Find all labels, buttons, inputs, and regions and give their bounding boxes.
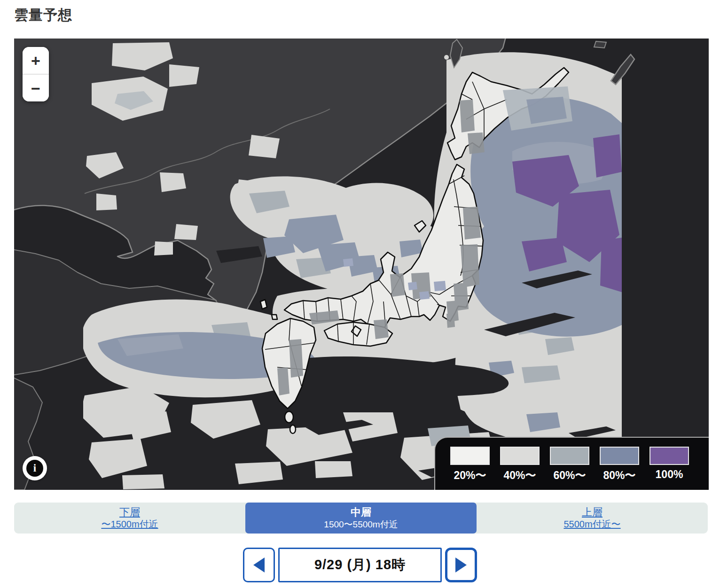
tab-upper-subtitle: 5500m付近〜 bbox=[563, 518, 620, 530]
legend-swatch-60 bbox=[550, 447, 589, 465]
tab-middle-layer[interactable]: 中層 1500〜5500m付近 bbox=[245, 503, 477, 534]
map-zoom-control: + − bbox=[23, 47, 49, 101]
plus-icon: + bbox=[31, 53, 40, 69]
info-button[interactable]: i bbox=[23, 456, 47, 480]
tab-lower-subtitle: 〜1500m付近 bbox=[101, 518, 158, 530]
legend-swatch-40 bbox=[500, 447, 540, 465]
tab-upper-title: 上層 bbox=[582, 506, 603, 519]
legend-label-20: 20%〜 bbox=[450, 468, 490, 483]
info-icon: i bbox=[26, 460, 43, 477]
legend-item: 40%〜 bbox=[500, 447, 540, 490]
tab-lower-title: 下層 bbox=[119, 506, 140, 519]
date-navigation: 9/29 (月) 18時 bbox=[0, 548, 720, 582]
datetime-label: 9/29 (月) 18時 bbox=[314, 556, 406, 574]
legend-label-100: 100% bbox=[650, 468, 689, 481]
legend-item: 100% bbox=[650, 447, 689, 490]
layer-tabbar: 下層 〜1500m付近 中層 1500〜5500m付近 上層 5500m付近〜 bbox=[14, 503, 708, 534]
weather-map[interactable]: + − i 20%〜 40%〜 60%〜 80%〜 100% bbox=[14, 39, 709, 490]
datetime-display[interactable]: 9/29 (月) 18時 bbox=[278, 548, 442, 582]
next-time-button[interactable] bbox=[445, 548, 477, 582]
tab-middle-subtitle: 1500〜5500m付近 bbox=[324, 519, 398, 530]
legend-item: 80%〜 bbox=[600, 447, 639, 490]
map-canvas bbox=[14, 39, 709, 490]
legend-swatch-20 bbox=[450, 447, 490, 465]
minus-icon: − bbox=[31, 80, 40, 96]
tab-upper-layer[interactable]: 上層 5500m付近〜 bbox=[477, 503, 708, 534]
legend-label-80: 80%〜 bbox=[600, 468, 639, 483]
tab-middle-title: 中層 bbox=[351, 506, 371, 519]
page-title: 雲量予想 bbox=[14, 6, 72, 25]
zoom-out-button[interactable]: − bbox=[23, 75, 49, 101]
prev-time-button[interactable] bbox=[243, 548, 275, 582]
legend-item: 60%〜 bbox=[550, 447, 589, 490]
arrow-right-icon bbox=[455, 557, 467, 573]
legend-swatch-80 bbox=[600, 447, 639, 465]
cloud-cover-legend: 20%〜 40%〜 60%〜 80%〜 100% bbox=[434, 437, 709, 490]
legend-label-60: 60%〜 bbox=[550, 468, 589, 483]
arrow-left-icon bbox=[253, 557, 265, 573]
legend-swatch-100 bbox=[650, 447, 689, 465]
tab-lower-layer[interactable]: 下層 〜1500m付近 bbox=[14, 503, 245, 534]
legend-label-40: 40%〜 bbox=[500, 468, 540, 483]
zoom-in-button[interactable]: + bbox=[23, 47, 49, 74]
legend-item: 20%〜 bbox=[450, 447, 490, 490]
